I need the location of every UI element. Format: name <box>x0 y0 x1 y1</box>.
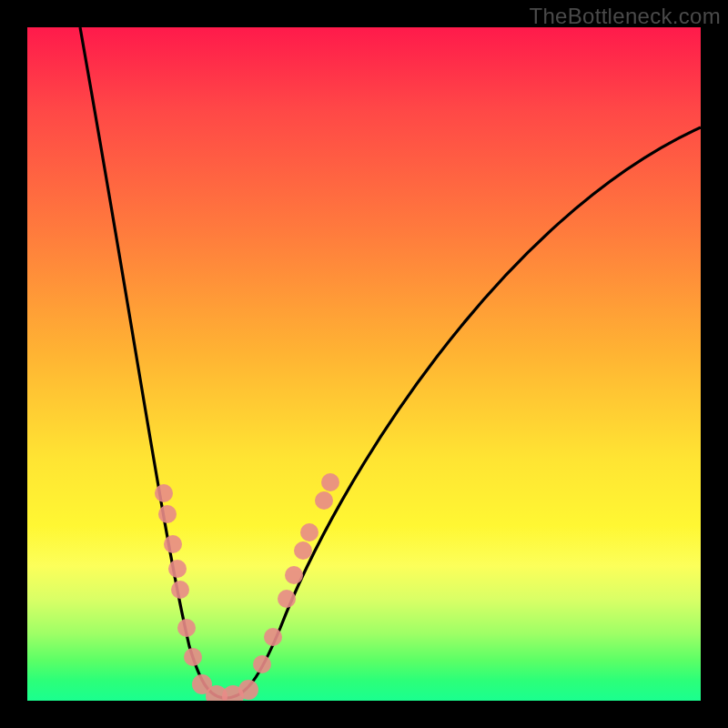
plot-area <box>27 27 701 701</box>
data-point <box>158 505 177 523</box>
data-point <box>300 523 318 541</box>
data-point <box>264 628 282 646</box>
data-point <box>168 560 187 578</box>
data-point <box>253 655 271 673</box>
data-point <box>177 619 196 637</box>
data-point <box>184 648 202 666</box>
data-point <box>155 484 173 502</box>
data-point <box>171 581 189 599</box>
data-point <box>285 566 303 584</box>
data-point <box>278 590 296 608</box>
bottleneck-curve <box>80 27 701 698</box>
data-point <box>321 473 339 491</box>
data-point <box>294 541 312 560</box>
watermark-text: TheBottleneck.com <box>529 4 721 29</box>
chart-svg <box>27 27 701 701</box>
data-point <box>315 491 333 510</box>
data-point <box>238 680 258 700</box>
data-points <box>155 473 339 701</box>
outer-frame: TheBottleneck.com <box>0 0 728 728</box>
data-point <box>164 535 182 553</box>
